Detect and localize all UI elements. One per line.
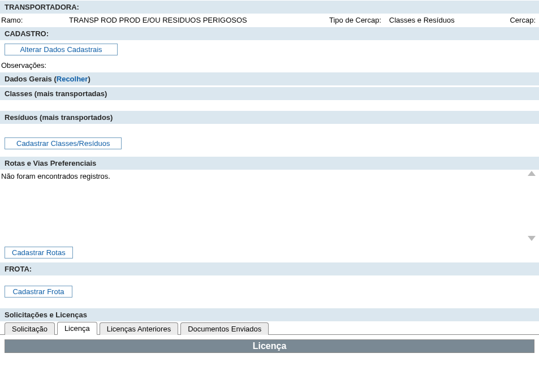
- licenca-panel-title: Licença: [5, 340, 534, 352]
- ramo-label: Ramo:: [1, 16, 69, 24]
- scroll-up-icon[interactable]: [528, 171, 536, 176]
- alterar-dados-button[interactable]: Alterar Dados Cadastrais: [5, 44, 118, 55]
- rotas-scrollbar[interactable]: [527, 170, 537, 243]
- observacoes-label: Observações:: [0, 59, 539, 72]
- tipo-cercap-label: Tipo de Cercap:: [329, 16, 386, 24]
- tab-licencas-anteriores[interactable]: Licenças Anteriores: [100, 322, 178, 335]
- section-residuos-header: Resíduos (mais transportados): [0, 110, 539, 124]
- tab-content-frame: Licença: [5, 339, 534, 353]
- tab-solicitacao[interactable]: Solicitação: [5, 322, 55, 335]
- cadastrar-rotas-button[interactable]: Cadastrar Rotas: [5, 247, 73, 259]
- scroll-down-icon[interactable]: [528, 236, 536, 241]
- rotas-list-area: Não foram encontrados registros.: [0, 170, 539, 243]
- ramo-row: Ramo: TRANSP ROD PROD E/OU RESIDUOS PERI…: [0, 14, 539, 27]
- cadastrar-frota-button[interactable]: Cadastrar Frota: [5, 286, 72, 298]
- section-transportadora-header: TRANSPORTADORA:: [0, 0, 539, 14]
- dados-gerais-prefix: Dados Gerais (: [5, 75, 57, 83]
- tab-licenca[interactable]: Licença: [57, 322, 97, 335]
- tipo-cercap-value: Classes e Resíduos: [386, 16, 465, 24]
- section-cadastro-header: CADASTRO:: [0, 27, 539, 40]
- dados-gerais-suffix: ): [88, 75, 90, 83]
- section-frota-header: FROTA:: [0, 262, 539, 275]
- recolher-toggle[interactable]: Recolher: [57, 75, 88, 83]
- rotas-empty-text: Não foram encontrados registros.: [0, 170, 539, 183]
- cercap-label: Cercap:: [510, 16, 539, 24]
- section-classes-header: Classes (mais transportadas): [0, 87, 539, 100]
- section-solicitacoes-header: Solicitações e Licenças: [0, 308, 539, 321]
- cadastrar-classes-residuos-button[interactable]: Cadastrar Classes/Resíduos: [5, 137, 122, 149]
- ramo-value: TRANSP ROD PROD E/OU RESIDUOS PERIGOSOS: [69, 16, 329, 24]
- tabs-bar: Solicitação Licença Licenças Anteriores …: [0, 321, 539, 335]
- section-dados-gerais-header: Dados Gerais (Recolher): [0, 72, 539, 85]
- section-rotas-header: Rotas e Vias Preferenciais: [0, 156, 539, 170]
- tab-documentos-enviados[interactable]: Documentos Enviados: [180, 322, 269, 335]
